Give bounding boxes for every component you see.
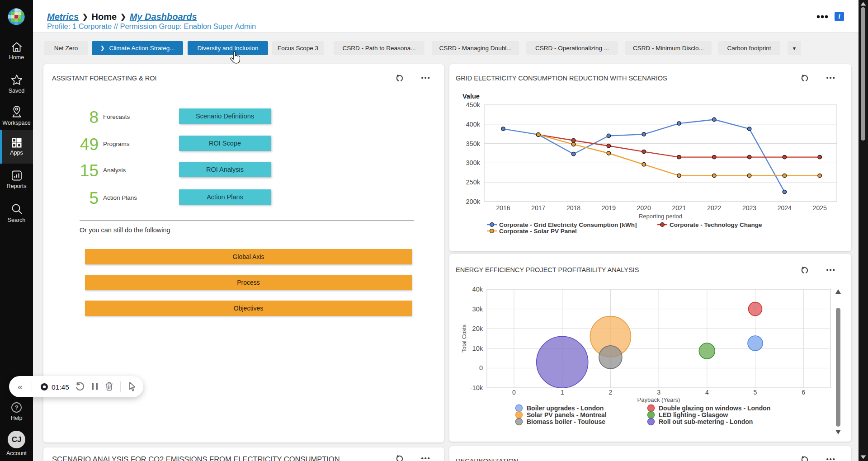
svg-text:Roll out sub-metering - London: Roll out sub-metering - London [659, 418, 753, 425]
svg-text:5: 5 [754, 389, 757, 396]
svg-text:200k: 200k [466, 198, 481, 205]
svg-text:2023: 2023 [742, 204, 756, 212]
svg-text:6: 6 [802, 389, 805, 396]
svg-text:?: ? [14, 404, 18, 411]
svg-text:10k: 10k [472, 345, 483, 352]
svg-text:350k: 350k [466, 140, 481, 147]
svg-text:3: 3 [657, 389, 660, 396]
svg-text:0: 0 [479, 364, 483, 372]
svg-text:Boiler upgrades - London: Boiler upgrades - London [527, 405, 604, 412]
svg-text:Double glazing on windows - Lo: Double glazing on windows - London [659, 405, 770, 412]
svg-text:Solar PV panels - Montreal: Solar PV panels - Montreal [527, 411, 607, 419]
svg-text:450k: 450k [466, 101, 481, 108]
svg-text:Biomass boiler - Toulouse: Biomass boiler - Toulouse [527, 418, 605, 425]
svg-text:250k: 250k [466, 179, 481, 186]
svg-text:2016: 2016 [496, 204, 510, 212]
svg-text:Corporate - Grid Electricity C: Corporate - Grid Electricity Consumption… [499, 221, 637, 228]
svg-text:-10k: -10k [470, 384, 483, 391]
svg-text:1: 1 [561, 389, 564, 396]
svg-text:LED lighting - Glasgow: LED lighting - Glasgow [659, 411, 728, 419]
svg-text:0: 0 [512, 389, 516, 396]
svg-text:2017: 2017 [531, 204, 545, 212]
svg-text:2024: 2024 [778, 204, 792, 212]
svg-text:Payback (Years): Payback (Years) [637, 396, 680, 403]
svg-text:2019: 2019 [602, 204, 616, 212]
svg-text:40k: 40k [472, 286, 483, 293]
svg-text:2: 2 [609, 389, 613, 396]
svg-text:2022: 2022 [707, 204, 721, 212]
svg-text:2025: 2025 [813, 204, 827, 212]
svg-text:300k: 300k [466, 159, 481, 166]
svg-text:Corporate - Technology Change: Corporate - Technology Change [670, 221, 762, 228]
svg-text:2020: 2020 [637, 204, 651, 212]
svg-text:4: 4 [705, 389, 709, 396]
svg-text:Corporate - Solar PV Panel: Corporate - Solar PV Panel [499, 228, 577, 235]
svg-text:400k: 400k [466, 121, 481, 128]
svg-text:2018: 2018 [566, 204, 580, 212]
svg-text:30k: 30k [472, 306, 483, 313]
svg-text:Value: Value [462, 93, 480, 100]
svg-text:Total Costs: Total Costs [461, 325, 467, 353]
svg-text:2021: 2021 [672, 204, 686, 212]
svg-text:Reporting period: Reporting period [639, 213, 682, 220]
svg-text:20k: 20k [472, 325, 483, 332]
